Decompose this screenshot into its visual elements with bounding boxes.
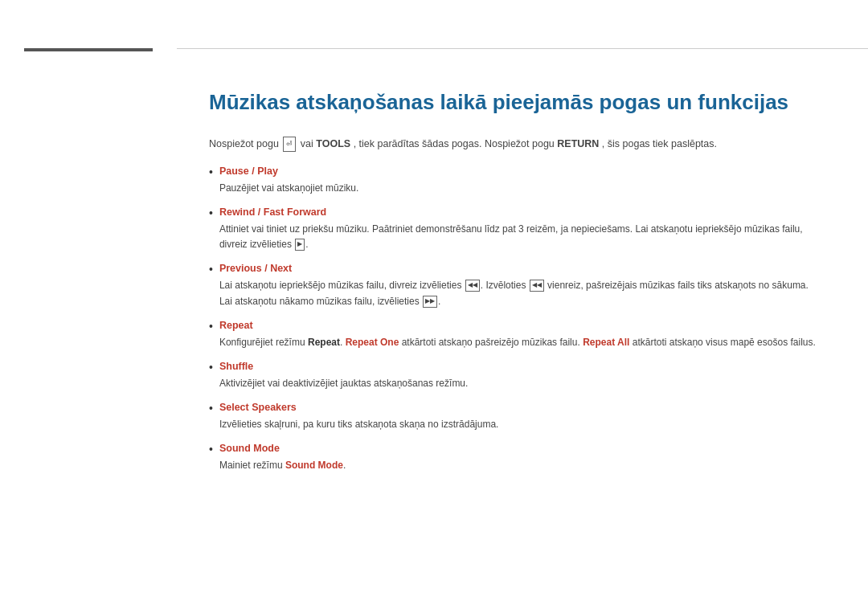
pause-play-desc: Pauzējiet vai atskaņojiet mūziku. <box>219 181 820 196</box>
page-container: Mūzikas atskaņošanas laikā pieejamās pog… <box>0 0 868 613</box>
previous-next-desc2: Lai atskaņotu nākamo mūzikas failu, izvē… <box>219 294 820 309</box>
sound-mode-desc: Mainiet režīmu Sound Mode. <box>219 458 820 473</box>
select-speakers-desc: Izvēlieties skaļruni, pa kuru tiks atska… <box>219 417 820 432</box>
sound-mode-link: Sound Mode <box>285 460 343 471</box>
bullet-dot: • <box>209 163 213 181</box>
sidebar-bar <box>24 48 153 51</box>
sound-mode-title: Sound Mode <box>219 443 280 454</box>
bullet-content: Pause / Play Pauzējiet vai atskaņojiet m… <box>219 163 820 196</box>
repeat-one-bold: Repeat One <box>346 337 399 348</box>
list-item-pause-play: • Pause / Play Pauzējiet vai atskaņojiet… <box>209 163 820 196</box>
bullet-content: Sound Mode Mainiet režīmu Sound Mode. <box>219 440 820 473</box>
shuffle-desc: Aktivizējiet vai deaktivizējiet jauktas … <box>219 376 820 391</box>
feature-list: • Pause / Play Pauzējiet vai atskaņojiet… <box>209 163 820 473</box>
bullet-dot: • <box>209 358 213 376</box>
list-item-repeat: • Repeat Konfigurējiet režīmu Repeat. Re… <box>209 317 820 350</box>
list-item-shuffle: • Shuffle Aktivizējiet vai deaktivizējie… <box>209 358 820 391</box>
pause-play-title: Pause / Play <box>219 166 278 177</box>
intro-text: Nospiežot pogu ⏎ vai TOOLS , tiek parādī… <box>209 136 820 152</box>
repeat-title: Repeat <box>219 320 253 331</box>
bullet-content: Repeat Konfigurējiet režīmu Repeat. Repe… <box>219 317 820 350</box>
play-icon: ▶ <box>295 239 305 251</box>
prev-icon: ◀◀ <box>465 280 480 292</box>
bullet-content: Shuffle Aktivizējiet vai deaktivizējiet … <box>219 358 820 391</box>
previous-next-desc1: Lai atskaņotu iepriekšējo mūzikas failu,… <box>219 278 820 293</box>
intro-part1: Nospiežot pogu <box>209 138 279 149</box>
next-icon: ▶▶ <box>423 296 437 308</box>
bullet-content: Select Speakers Izvēlieties skaļruni, pa… <box>219 399 820 432</box>
bullet-dot: • <box>209 399 213 417</box>
select-speakers-title: Select Speakers <box>219 402 297 413</box>
list-item-select-speakers: • Select Speakers Izvēlieties skaļruni, … <box>209 399 820 432</box>
rewind-desc: Attiniet vai tiniet uz priekšu mūziku. P… <box>219 222 820 252</box>
tools-label: TOOLS <box>316 138 350 149</box>
intro-part3: , tiek parādītas šādas pogas. Nospiežot … <box>354 138 555 149</box>
intro-part4: , šis pogas tiek paslēptas. <box>602 138 717 149</box>
bullet-content: Rewind / Fast Forward Attiniet vai tinie… <box>219 204 820 252</box>
list-item-sound-mode: • Sound Mode Mainiet režīmu Sound Mode. <box>209 440 820 473</box>
bullet-content: Previous / Next Lai atskaņotu iepriekšēj… <box>219 260 820 309</box>
shuffle-title: Shuffle <box>219 361 253 372</box>
list-item-rewind: • Rewind / Fast Forward Attiniet vai tin… <box>209 204 820 252</box>
content-area: Mūzikas atskaņošanas laikā pieejamās pog… <box>177 48 868 613</box>
repeat-bold: Repeat <box>308 337 340 348</box>
list-item-previous-next: • Previous / Next Lai atskaņotu iepriekš… <box>209 260 820 309</box>
prev-icon2: ◀◀ <box>530 280 544 292</box>
page-title: Mūzikas atskaņošanas laikā pieejamās pog… <box>209 89 820 116</box>
repeat-all-bold: Repeat All <box>583 337 629 348</box>
bullet-dot: • <box>209 204 213 222</box>
bullet-dot: • <box>209 260 213 278</box>
tools-icon: ⏎ <box>283 137 296 151</box>
return-label: RETURN <box>557 138 599 149</box>
repeat-desc: Konfigurējiet režīmu Repeat. Repeat One … <box>219 335 820 350</box>
bullet-dot: • <box>209 440 213 458</box>
previous-next-title: Previous / Next <box>219 263 292 274</box>
sidebar <box>0 0 177 613</box>
bullet-dot: • <box>209 317 213 335</box>
rewind-title: Rewind / Fast Forward <box>219 206 326 218</box>
intro-part2: vai <box>301 138 316 149</box>
